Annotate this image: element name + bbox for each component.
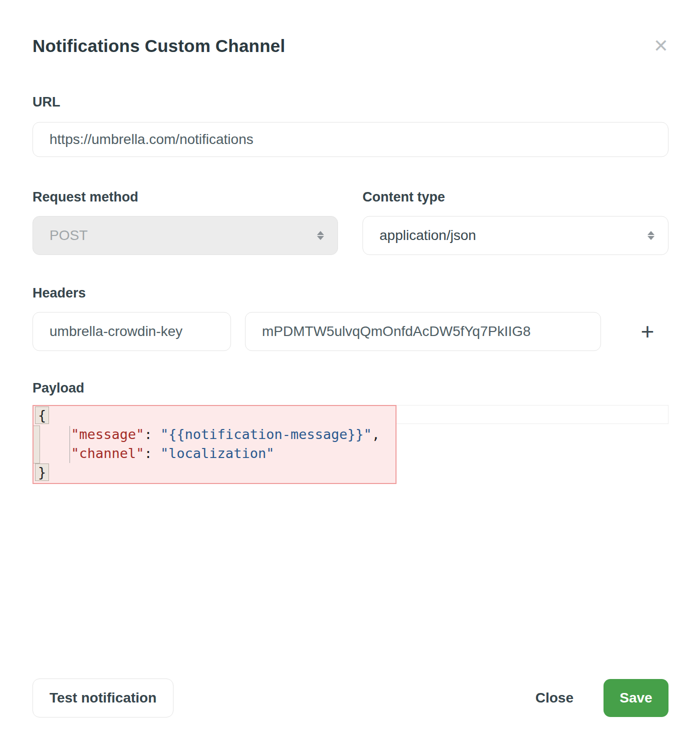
close-button[interactable]: Close <box>534 678 576 718</box>
modal-header: Notifications Custom Channel ✕ <box>32 36 668 56</box>
plus-icon: + <box>641 318 654 344</box>
method-contenttype-row: Request method POST Content type applica… <box>32 189 668 255</box>
code-line-message: "message": "{{notification-message}}", <box>34 425 396 444</box>
page-title: Notifications Custom Channel <box>32 36 285 56</box>
header-key-input[interactable] <box>32 312 231 351</box>
save-button[interactable]: Save <box>604 679 668 717</box>
headers-label: Headers <box>32 285 668 301</box>
json-key-channel: "channel" <box>71 446 144 461</box>
url-input[interactable] <box>32 122 668 157</box>
select-arrows-icon <box>648 230 654 240</box>
request-method-label: Request method <box>32 189 338 205</box>
url-field-group: URL <box>32 94 668 157</box>
code-line-close: } <box>34 463 396 482</box>
header-value-input[interactable] <box>245 312 601 351</box>
json-separator: : <box>144 446 160 461</box>
select-arrows-icon <box>317 230 324 240</box>
request-method-select: POST <box>32 216 338 255</box>
request-method-value: POST <box>50 228 88 244</box>
close-brace-token: } <box>35 464 49 481</box>
bracket-match-gutter <box>34 426 40 464</box>
payload-group: Payload { "message": "{{notification-mes… <box>32 380 668 484</box>
url-label: URL <box>32 94 668 110</box>
json-key-message: "message" <box>71 426 144 442</box>
json-separator: : <box>144 426 160 442</box>
open-brace-token: { <box>35 406 49 424</box>
content-type-value: application/json <box>380 228 476 244</box>
json-comma: , <box>372 426 380 442</box>
modal-footer: Test notification Close Save <box>32 678 668 750</box>
notifications-custom-channel-modal: Notifications Custom Channel ✕ URL Reque… <box>32 0 668 750</box>
code-line-open: { <box>34 406 396 425</box>
payload-code-block[interactable]: { "message": "{{notification-message}}",… <box>32 405 396 484</box>
test-notification-button[interactable]: Test notification <box>32 678 174 718</box>
close-icon[interactable]: ✕ <box>654 37 668 55</box>
content-type-label: Content type <box>362 189 668 205</box>
code-line-channel: "channel": "localization" <box>34 444 396 463</box>
indent-guide-line <box>70 426 70 463</box>
json-value-channel: "localization" <box>160 446 274 461</box>
content-type-select[interactable]: application/json <box>362 216 668 255</box>
content-type-group: Content type application/json <box>362 189 668 255</box>
add-header-button[interactable]: + <box>634 318 662 346</box>
json-value-message: "{{notification-message}}" <box>160 426 372 442</box>
payload-editor[interactable]: { "message": "{{notification-message}}",… <box>32 405 668 484</box>
header-row: + <box>32 312 668 351</box>
headers-group: Headers + <box>32 285 668 351</box>
request-method-group: Request method POST <box>32 189 338 255</box>
payload-label: Payload <box>32 380 668 396</box>
